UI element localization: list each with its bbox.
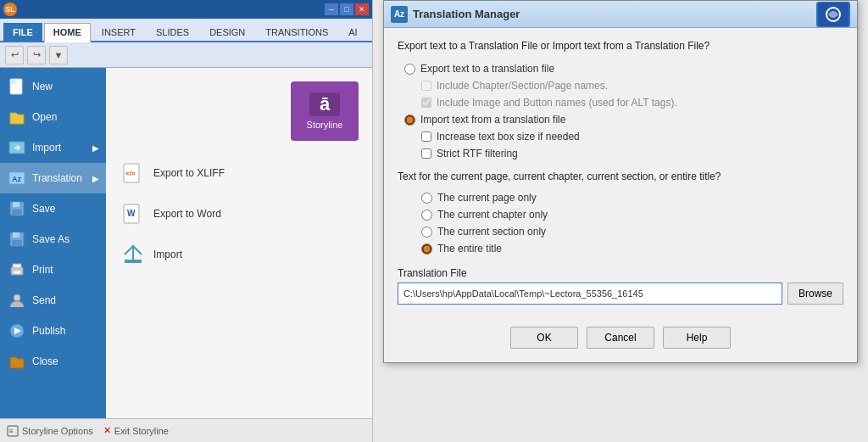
save-label: Save — [32, 203, 55, 215]
open-label: Open — [32, 111, 57, 123]
svg-point-14 — [14, 294, 20, 301]
dialog-buttons: OK Cancel Help — [384, 316, 857, 362]
tab-home[interactable]: HOME — [44, 23, 91, 42]
export-radio-label: Export text to a translation file — [420, 63, 554, 75]
submenu-import-icon — [120, 241, 147, 268]
exit-storyline-link[interactable]: ✕ Exit Storyline — [103, 425, 169, 436]
export-radio[interactable] — [404, 64, 415, 75]
sidebar-item-publish[interactable]: Publish — [0, 316, 106, 346]
svg-text:W: W — [127, 209, 136, 218]
translation-file-section: Translation File Browse — [398, 267, 843, 305]
left-panel: SL ─ □ ✕ FILE HOME INSERT SLIDES DESIGN … — [0, 0, 373, 442]
exit-storyline-label: Exit Storyline — [114, 426, 169, 436]
include-chapter-item: Include Chapter/Section/Page names. — [398, 77, 843, 94]
submenu-export-xliff[interactable]: </> Export to XLIFF — [113, 154, 365, 192]
export-word-icon: W — [120, 200, 147, 227]
minimize-button[interactable]: ─ — [325, 3, 338, 15]
sidebar-item-import[interactable]: Import ▶ — [0, 132, 106, 163]
include-chapter-label: Include Chapter/Section/Page names. — [437, 80, 608, 92]
include-image-item: Include Image and Button names (used for… — [398, 94, 843, 111]
more-button[interactable]: ▼ — [49, 46, 68, 64]
sidebar-item-save-as[interactable]: Save As — [0, 224, 106, 255]
scope-entire-title[interactable]: The entire title — [398, 240, 843, 257]
cancel-button[interactable]: Cancel — [587, 327, 654, 349]
articulate-label: Storyline — [307, 120, 343, 130]
sidebar-item-translation[interactable]: Az Translation ▶ — [0, 163, 106, 193]
tab-design[interactable]: DESIGN — [200, 23, 254, 41]
publish-icon — [7, 321, 27, 341]
increase-textbox-item: Increase text box size if needed — [398, 128, 843, 145]
storyline-options-link[interactable]: ≡ Storyline Options — [7, 425, 93, 437]
sidebar: New Open Import ▶ Az Translation — [0, 68, 106, 418]
svg-rect-1 — [10, 79, 17, 84]
sidebar-item-send[interactable]: Send — [0, 285, 106, 316]
close-folder-icon — [7, 351, 27, 372]
browse-button[interactable]: Browse — [787, 283, 843, 305]
scope-chapter-radio[interactable] — [421, 210, 432, 221]
help-button[interactable]: Help — [663, 327, 731, 349]
scope-section-radio[interactable] — [421, 227, 432, 238]
sidebar-item-print[interactable]: Print — [0, 255, 106, 285]
title-bar-controls: ─ □ ✕ — [325, 3, 369, 15]
import-radio[interactable] — [404, 115, 415, 126]
strict-rtf-checkbox[interactable] — [421, 148, 431, 159]
scope-current-section[interactable]: The current section only — [398, 223, 843, 240]
sidebar-item-open[interactable]: Open — [0, 102, 106, 132]
undo-button[interactable]: ↩ — [5, 46, 24, 64]
increase-textbox-checkbox[interactable] — [421, 131, 431, 142]
close-button[interactable]: ✕ — [355, 3, 369, 15]
close-label: Close — [32, 355, 58, 367]
svg-rect-12 — [13, 264, 21, 268]
send-label: Send — [32, 294, 56, 306]
increase-textbox-label: Increase text box size if needed — [437, 131, 580, 143]
import-icon — [7, 137, 27, 158]
translation-file-row: Browse — [398, 283, 843, 305]
sidebar-item-new[interactable]: New — [0, 71, 106, 102]
scope-page-label: The current page only — [437, 192, 537, 204]
scope-title-label: The entire title — [437, 243, 502, 255]
new-icon — [7, 76, 27, 97]
tab-file[interactable]: FILE — [3, 23, 42, 41]
dialog-titlebar: Az Translation Manager — [384, 1, 857, 28]
ok-button[interactable]: OK — [510, 327, 578, 349]
scope-title-radio[interactable] — [421, 243, 432, 255]
import-radio-item[interactable]: Import text from a translation file — [398, 111, 843, 128]
submenu-import[interactable]: Import — [113, 236, 365, 273]
open-icon — [7, 107, 27, 127]
scope-current-page[interactable]: The current page only — [398, 189, 843, 206]
export-word-label: Export to Word — [153, 208, 221, 220]
submenu: ā Storyline </> Export to XLIFF W Export… — [106, 68, 372, 418]
maximize-button[interactable]: □ — [340, 3, 353, 15]
sidebar-item-close[interactable]: Close — [0, 346, 106, 377]
dialog-body: Export text to a Translation File or Imp… — [384, 28, 857, 316]
scope-current-chapter[interactable]: The current chapter only — [398, 206, 843, 223]
scope-page-radio[interactable] — [421, 193, 432, 204]
tab-ai[interactable]: AI — [339, 23, 366, 41]
redo-button[interactable]: ↪ — [27, 46, 46, 64]
tab-insert[interactable]: INSERT — [92, 23, 145, 41]
sidebar-item-save[interactable]: Save — [0, 193, 106, 224]
svg-rect-7 — [12, 210, 22, 215]
export-xliff-icon: </> — [120, 159, 147, 187]
include-image-label: Include Image and Button names (used for… — [437, 97, 677, 109]
include-chapter-checkbox[interactable] — [421, 81, 431, 91]
scope-section-label: The current section only — [437, 226, 546, 238]
export-radio-item[interactable]: Export text to a translation file — [398, 60, 843, 77]
dialog-question: Export text to a Translation File or Imp… — [398, 40, 843, 52]
bottom-bar: ≡ Storyline Options ✕ Exit Storyline — [0, 418, 372, 442]
include-image-checkbox[interactable] — [421, 98, 431, 108]
tab-transitions[interactable]: TRANSITIONS — [256, 23, 337, 41]
dialog-title: Translation Manager — [413, 8, 811, 20]
export-xliff-label: Export to XLIFF — [153, 167, 225, 179]
translation-file-input[interactable] — [398, 283, 782, 305]
articulate-button[interactable]: ā Storyline — [291, 81, 359, 141]
print-icon — [7, 260, 27, 280]
submenu-export-word[interactable]: W Export to Word — [113, 195, 365, 232]
save-icon — [7, 199, 27, 219]
dialog-overlay: Az Translation Manager Export text to a … — [373, 0, 868, 442]
svg-text:</>: </> — [125, 170, 136, 177]
import-label: Import — [32, 142, 61, 154]
app-logo: SL — [3, 3, 17, 16]
import-submenu-label: Import — [153, 249, 182, 260]
tab-slides[interactable]: SLIDES — [147, 23, 198, 41]
